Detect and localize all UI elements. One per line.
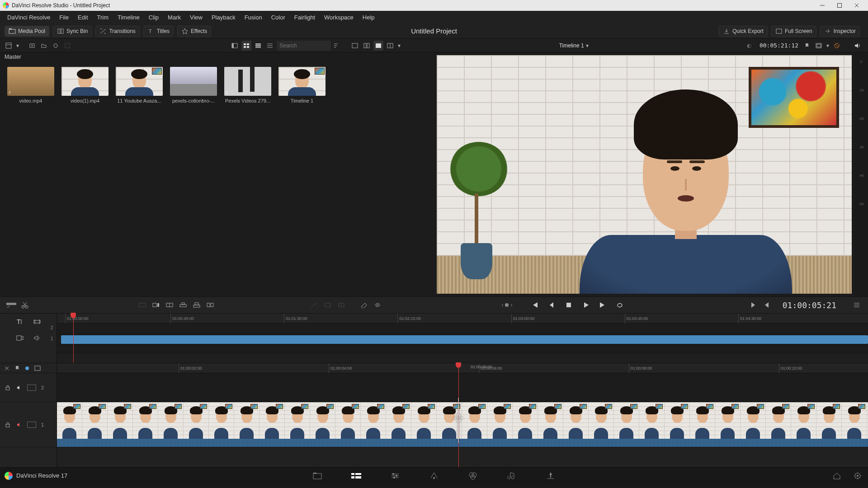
prev-frame-icon[interactable] [544, 299, 559, 311]
fusion-page-icon[interactable] [428, 470, 440, 482]
overview-track-v2[interactable]: 2 [57, 324, 868, 334]
menu-color[interactable]: Color [267, 12, 290, 23]
lock-icon[interactable] [4, 421, 12, 429]
menu-view[interactable]: View [185, 12, 207, 23]
overview-clip[interactable] [61, 335, 868, 344]
titles-toggle[interactable]: T Titles [143, 26, 174, 37]
color-page-icon[interactable] [467, 470, 479, 482]
go-to-start-icon[interactable] [527, 299, 542, 311]
lock-sync-icon[interactable] [24, 366, 30, 371]
snap-icon[interactable] [4, 365, 10, 371]
menu-davinci[interactable]: DaVinci Resolve [3, 12, 55, 23]
next-edit-icon[interactable] [747, 299, 759, 311]
edit-page-icon[interactable] [389, 470, 401, 482]
view-metadata-icon[interactable] [230, 41, 240, 51]
jog-control[interactable]: ‹› [501, 302, 512, 308]
maximize-button[interactable] [831, 0, 848, 11]
sync-clips-icon[interactable] [51, 41, 61, 51]
import-folder-icon[interactable] [39, 41, 49, 51]
place-on-top-icon[interactable] [191, 299, 203, 311]
bin-list-icon[interactable] [4, 41, 14, 51]
overview-track-v1[interactable]: 1 [57, 334, 868, 345]
clip-item[interactable]: pexels-cottonbro-... [170, 67, 217, 103]
detail-ruler[interactable]: 01:00:02:00 01:00:04:00 01:00:06:00 01:0… [57, 363, 868, 373]
lock-icon[interactable] [4, 384, 12, 392]
viewer-dual-icon[interactable] [362, 41, 372, 51]
menu-workspace[interactable]: Workspace [320, 12, 358, 23]
prev-edit-icon[interactable] [761, 299, 773, 311]
timeline-dropdown-icon[interactable]: ▾ [586, 42, 589, 49]
menu-fusion[interactable]: Fusion [240, 12, 267, 23]
effects-toggle[interactable]: Effects [177, 26, 211, 37]
split-tool-icon[interactable] [19, 299, 31, 311]
deliver-page-icon[interactable] [545, 470, 557, 482]
clip-item[interactable]: ♪ video.mp4 [7, 67, 54, 103]
search-input[interactable] [277, 41, 331, 51]
fairlight-page-icon[interactable] [506, 470, 518, 482]
source-overwrite-icon[interactable] [204, 299, 216, 311]
speaker-icon[interactable] [853, 41, 863, 51]
overview-track-a1[interactable] [57, 345, 868, 353]
overview-playhead[interactable] [73, 314, 74, 363]
track-enable-toggle[interactable] [27, 422, 36, 428]
track-display-icon[interactable] [34, 366, 41, 371]
speaker-track-icon[interactable] [15, 384, 24, 392]
dissolve-icon[interactable] [308, 299, 320, 311]
bin-list-dropdown-icon[interactable]: ▾ [15, 41, 20, 51]
video-only-icon[interactable] [15, 333, 24, 343]
marker-tool-icon[interactable] [14, 365, 20, 371]
media-pool-toggle[interactable]: Media Pool [5, 26, 49, 37]
menu-file[interactable]: File [55, 12, 73, 23]
track-header-v1[interactable]: 1 [0, 402, 57, 447]
text-tool-icon[interactable]: T [15, 317, 24, 326]
transform-icon[interactable] [372, 299, 383, 311]
cut-page-icon[interactable] [350, 470, 362, 482]
transitions-toggle[interactable]: Transitions [95, 26, 139, 37]
play-icon[interactable] [578, 299, 594, 311]
viewer-canvas[interactable] [434, 52, 854, 296]
timeline-options-icon[interactable] [851, 299, 863, 311]
loop-icon[interactable] [613, 299, 628, 311]
view-strip-icon[interactable] [253, 41, 263, 51]
import-media-icon[interactable] [27, 41, 37, 51]
menu-clip[interactable]: Clip [144, 12, 163, 23]
viewer-overlay-icon[interactable] [385, 41, 395, 51]
bypass-fx-icon[interactable] [832, 41, 842, 51]
track-header-v2[interactable]: 2 [0, 373, 57, 402]
fast-review-icon[interactable]: z² [5, 299, 17, 311]
close-button[interactable] [848, 0, 865, 11]
boring-detector-icon[interactable]: ◐ [744, 41, 754, 51]
menu-help[interactable]: Help [358, 12, 379, 23]
detail-playhead[interactable] [458, 363, 459, 467]
full-screen-toggle[interactable]: Full Screen [771, 26, 816, 37]
viewer-overlay-dropdown-icon[interactable]: ▾ [397, 41, 401, 51]
menu-fairlight[interactable]: Fairlight [290, 12, 320, 23]
clip-item[interactable]: video(1).mp4 [61, 67, 108, 103]
safe-area-icon[interactable] [814, 41, 824, 51]
ripple-overwrite-icon[interactable] [164, 299, 175, 311]
clip-item[interactable]: ♪ 11 Youtube Ausza... [116, 67, 163, 103]
minimize-button[interactable] [814, 0, 831, 11]
quick-export-toggle[interactable]: Quick Export [719, 26, 768, 37]
view-list-icon[interactable] [265, 41, 275, 51]
mute-track-icon[interactable] [15, 421, 24, 429]
detail-track-v2[interactable] [57, 373, 868, 402]
menu-mark[interactable]: Mark [163, 12, 185, 23]
timeline-name[interactable]: Timeline 1 [559, 42, 584, 49]
track-enable-toggle[interactable] [27, 385, 36, 391]
menu-trim[interactable]: Trim [93, 12, 113, 23]
home-icon[interactable] [831, 470, 843, 482]
viewer-single-icon[interactable] [350, 41, 360, 51]
menu-timeline[interactable]: Timeline [113, 12, 144, 23]
project-settings-icon[interactable] [852, 470, 863, 482]
bin-path[interactable]: Master [0, 52, 434, 62]
clip-item[interactable]: ♪ Pexels Videos 279... [224, 67, 271, 103]
safe-area-dropdown-icon[interactable]: ▾ [826, 41, 830, 51]
marker-icon[interactable] [802, 41, 812, 51]
viewer-record-icon[interactable] [373, 41, 383, 51]
detail-track-v1[interactable] [57, 402, 868, 447]
stop-icon[interactable] [561, 299, 576, 311]
sort-icon[interactable] [331, 41, 341, 51]
audio-trim-icon[interactable] [33, 317, 42, 326]
sync-bin-toggle[interactable]: Sync Bin [53, 26, 92, 37]
